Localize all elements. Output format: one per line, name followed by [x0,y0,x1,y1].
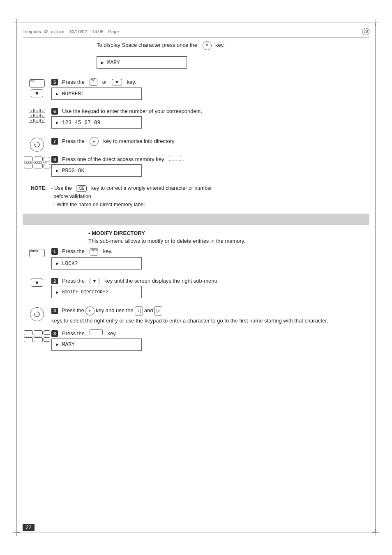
display-mary-box: ▶ MARY [97,56,187,69]
main-content: To display Space character press once th… [23,41,369,526]
step7-text: Press the [62,138,85,144]
redial-svg-m3 [33,311,41,318]
header-filename: Temporis_42_uk.qxd 30/10/02 14:06 Page [23,29,360,34]
modify-step3b-content: 3 Press the key ▶ MARY [51,329,369,355]
step7-badge: 7 [51,138,58,145]
step6-row: ① ② ③ ④ ⑤ ⑥ ⑦ ⑧ ⑨ 6 Use the keypad to en… [23,108,369,133]
display-modify-step3b-box: ▶ MARY [51,339,142,351]
memory-keys-dotted-m3b [24,336,46,336]
keypad-key-2: ② [35,109,39,113]
step8-line: 8 Press one of the direct access memory … [51,156,369,163]
modify-step3a-s2: keys to select the right entry or use th… [51,317,328,325]
step6-badge: 6 [51,108,58,115]
step6-line: 6 Use the keypad to enter the number of … [51,108,369,115]
crosshair-tl [13,19,20,26]
mem-key-4 [24,164,33,168]
mem-key-5 [34,164,43,168]
display-step8-box: ▶ PROG OK [51,164,142,177]
display-arrow-m3b: ▶ [56,342,59,347]
display-arrow-step6: ▶ [56,120,59,125]
memory-keys-top-m3b [24,330,50,335]
memory-keys-dotted [24,162,46,163]
keypad-key-4: ④ [29,114,34,118]
step7-key-icon: ↵ [90,137,99,146]
keypad-key-3: ③ [40,109,45,113]
page-header: Temporis_42_uk.qxd 30/10/02 14:06 Page 2… [23,25,369,38]
modify-step3a-s1: key and use the [96,306,134,315]
mem-key-1 [24,157,33,161]
menu-key-inline: menu [90,248,99,256]
note-key-icon: ⌫ [76,185,87,192]
modify-step1-row: menu 1 Press the menu key. ▶ LOCK? [23,248,369,274]
page-border-bottom [16,532,376,532]
note-section: NOTE: - Use the ⌫ key to correct a wrong… [31,184,369,209]
step8-badge: 8 [51,156,58,163]
right-key-icon: ▷ [154,306,162,315]
modify-step3b-suffix: key [107,330,115,336]
header-time: 14:06 [92,29,104,34]
step8-row: 8 Press one of the direct access memory … [23,156,369,181]
page-border-left [16,23,17,532]
memory-keys-top [24,157,50,161]
page-number: 22 [23,524,35,531]
step6-content: 6 Use the keypad to enter the number of … [51,108,369,133]
display-mary-text: MARY [107,60,120,66]
modify-step2-text: Press the [62,278,85,284]
display-modify-step3b-text: MARY [62,341,75,348]
mem-key-inline-m3b [90,329,103,335]
key-0-icon: 0 [203,41,212,50]
svg-marker-0 [35,143,36,145]
note-line3: - Write the name on direct memory label. [53,202,146,207]
section-divider [23,214,369,225]
ok-circle-key: ↵ [85,306,95,315]
modify-step3a-content: 3 Press the ↵ key and use the ◁ and ▷ ke… [51,306,369,325]
svg-marker-1 [35,313,36,314]
modify-step3b-icon [23,329,51,342]
menu-key-icon: menu [29,249,45,257]
step5-content: 5 Press the OK or ▼ key. ▶ NUMBER: [51,78,369,104]
display-arrow-step5: ▶ [56,91,59,97]
ok-key-icon: OK [29,79,45,88]
display-arrow-step8: ▶ [56,168,59,173]
modify-step3b-text: Press the [62,330,85,336]
modify-step3a-line: 3 Press the ↵ key and use the ◁ and ▷ ke… [51,306,369,325]
keypad-key-6: ⑥ [40,114,45,118]
step7-row: 7 Press the ↵ key to memorise into direc… [23,137,369,152]
header-page-label: Page [108,29,119,34]
keypad-grid-icon: ① ② ③ ④ ⑤ ⑥ ⑦ ⑧ ⑨ [29,109,45,123]
memory-keys-group [24,157,50,168]
mem-key-m3b-1 [24,330,33,335]
memory-keys-group-m3b [24,330,50,342]
crosshair-tr [372,19,379,26]
step5-suffix: key. [127,79,136,85]
step7-line: 7 Press the ↵ key to memorise into direc… [51,137,369,146]
mem-key-3 [44,157,50,161]
modify-step1-text: Press the [62,248,85,254]
mem-key-m3b-2 [34,330,43,335]
memory-keys-bottom [24,164,50,168]
modify-step3a-text: Press the [62,306,84,315]
keypad-key-7: ⑦ [29,119,34,123]
step5-badge: 5 [51,79,58,85]
modify-step3b-row: 3 Press the key ▶ MARY [23,329,369,355]
modify-step2-icon: ▼ [23,278,51,287]
keypad-key-9: ⑨ [40,119,45,123]
page-border-right [375,23,376,532]
mem-key-m3b-6 [44,337,50,342]
modify-step3b-badge: 3 [51,330,58,337]
modify-title: • MODIFY DIRECTORY [88,230,369,236]
step5-line: 5 Press the OK or ▼ key. [51,78,369,86]
header-page-num: 28 [363,29,368,34]
note-key-label: ⌫ [78,185,84,192]
step5-text: Press the [62,79,85,85]
modify-step1-line: 1 Press the menu key. [51,248,369,256]
mem-key-m3b-3 [44,330,50,335]
crosshair-bl [13,529,20,536]
step8-icon [23,156,51,168]
display-modify-step1-box: ▶ LOCK? [51,257,142,269]
memory-keys-bottom-m3b [24,337,50,342]
note-line1b: key to correct a wrongly entered charact… [91,185,212,191]
step5-or: or [102,79,107,85]
modify-desc: This sub-menu allows to modify or to del… [88,238,369,244]
mem-key-m3b-5 [34,337,43,342]
